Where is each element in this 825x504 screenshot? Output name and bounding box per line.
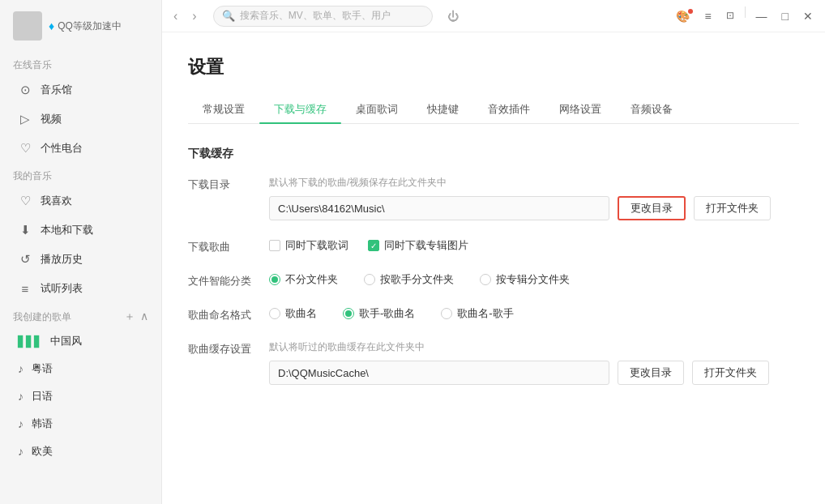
- qq-level: ♦ QQ等级加速中: [49, 19, 122, 33]
- radio-no-folder[interactable]: 不分文件夹: [269, 272, 338, 287]
- open-download-dir-button[interactable]: 打开文件夹: [694, 196, 771, 220]
- sidebar-header: ♦ QQ等级加速中: [0, 0, 161, 52]
- song-name-format-content: 歌曲名 歌手-歌曲名 歌曲名-歌手: [269, 306, 799, 321]
- change-download-dir-button[interactable]: 更改目录: [618, 196, 686, 220]
- download-dir-content: 默认将下载的歌曲/视频保存在此文件夹中 C:\Users\84162\Music…: [269, 176, 799, 220]
- music-note-icon: ♪: [18, 445, 24, 458]
- download-path-box: C:\Users\84162\Music\: [269, 196, 609, 220]
- open-cache-dir-button[interactable]: 打开文件夹: [692, 361, 769, 385]
- menu-button[interactable]: ≡: [699, 6, 716, 26]
- download-lyrics-checkbox-box: [269, 240, 280, 251]
- tab-network[interactable]: 网络设置: [545, 96, 616, 123]
- nav-forward-button[interactable]: ›: [187, 6, 201, 27]
- titlebar: ‹ › 🔍 搜索音乐、MV、歌单、歌手、用户 ⏻ 🎨 ≡ ⊡ — □ ✕: [162, 0, 825, 32]
- sidebar-item-label: 播放历史: [41, 252, 83, 267]
- collapse-icon[interactable]: ∧: [140, 310, 148, 324]
- sidebar-item-favorites[interactable]: ♡ 我喜欢: [5, 187, 156, 215]
- cache-dir-content: 默认将听过的歌曲缓存在此文件夹中 D:\QQMusicCache\ 更改目录 打…: [269, 340, 799, 385]
- search-bar[interactable]: 🔍 搜索音乐、MV、歌单、歌手、用户: [213, 6, 433, 27]
- radio-by-artist-circle: [364, 274, 375, 285]
- download-dir-row: 下载目录 默认将下载的歌曲/视频保存在此文件夹中 C:\Users\84162\…: [188, 176, 799, 220]
- my-playlist-header: 我创建的歌单 ＋ ∧: [0, 303, 161, 327]
- tab-audio-device[interactable]: 音频设备: [616, 96, 687, 123]
- bar-chart-icon: ▋▋▋: [18, 335, 42, 348]
- playlist-actions: ＋ ∧: [124, 310, 148, 324]
- divider: [745, 6, 746, 18]
- sidebar-item-japanese[interactable]: ♪ 日语: [5, 383, 156, 409]
- radio-song-name[interactable]: 歌曲名: [269, 306, 317, 321]
- tab-desktop-lyrics[interactable]: 桌面歌词: [341, 96, 412, 123]
- download-songs-content: 同时下载歌词 ✓ 同时下载专辑图片: [269, 238, 799, 253]
- radio-song-name-label: 歌曲名: [285, 306, 317, 321]
- radio-by-album-label: 按专辑分文件夹: [496, 272, 570, 287]
- song-name-format-label: 歌曲命名格式: [188, 306, 253, 322]
- diamond-icon: ♦: [49, 19, 54, 32]
- tab-download-cache[interactable]: 下载与缓存: [259, 96, 341, 123]
- sidebar-item-label: 音乐馆: [41, 83, 72, 97]
- radio-artist-song[interactable]: 歌手-歌曲名: [343, 306, 415, 321]
- sidebar-item-label: 个性电台: [41, 141, 83, 156]
- download-album-art-checkbox[interactable]: ✓ 同时下载专辑图片: [368, 238, 468, 253]
- power-icon[interactable]: ⏻: [447, 10, 459, 23]
- maximize-button[interactable]: □: [776, 6, 794, 26]
- cache-path-row: D:\QQMusicCache\ 更改目录 打开文件夹: [269, 361, 799, 385]
- playlist-label: 韩语: [32, 416, 53, 431]
- sidebar-item-cantonese[interactable]: ♪ 粤语: [5, 356, 156, 382]
- download-dir-label: 下载目录: [188, 176, 253, 192]
- playlist-label: 欧美: [32, 444, 53, 459]
- avatar: [13, 11, 42, 41]
- search-placeholder-text: 搜索音乐、MV、歌单、歌手、用户: [240, 9, 391, 23]
- sidebar-item-chinese-style[interactable]: ▋▋▋ 中国风: [5, 328, 156, 354]
- main-area: ‹ › 🔍 搜索音乐、MV、歌单、歌手、用户 ⏻ 🎨 ≡ ⊡ — □ ✕ 设置 …: [162, 0, 825, 504]
- online-music-title: 在线音乐: [0, 52, 161, 75]
- download-songs-label: 下载歌曲: [188, 238, 253, 254]
- minimize-button[interactable]: —: [750, 6, 773, 26]
- radio-by-album-circle: [480, 274, 491, 285]
- mini-mode-button[interactable]: ⊡: [720, 6, 740, 26]
- nav-back-button[interactable]: ‹: [169, 6, 182, 27]
- close-button[interactable]: ✕: [797, 6, 819, 26]
- change-cache-dir-button[interactable]: 更改目录: [618, 361, 684, 385]
- page-title: 设置: [188, 55, 799, 79]
- playlist-label: 粤语: [32, 361, 53, 376]
- tab-general[interactable]: 常规设置: [188, 96, 259, 123]
- radio-song-artist[interactable]: 歌曲名-歌手: [441, 306, 513, 321]
- radio-by-album[interactable]: 按专辑分文件夹: [480, 272, 570, 287]
- sidebar-item-personal-radio[interactable]: ♡ 个性电台: [5, 135, 156, 162]
- cache-dir-label: 歌曲缓存设置: [188, 340, 253, 357]
- song-name-format-row: 歌曲命名格式 歌曲名 歌手-歌曲名 歌曲名-歌手: [188, 306, 799, 322]
- radio-by-artist-label: 按歌手分文件夹: [380, 272, 454, 287]
- playlist-label: 日语: [32, 389, 53, 404]
- tab-shortcuts[interactable]: 快捷键: [412, 96, 473, 123]
- sidebar-item-local-download[interactable]: ⬇ 本地和下载: [5, 216, 156, 244]
- skin-button[interactable]: 🎨: [670, 6, 695, 26]
- download-lyrics-checkbox[interactable]: 同时下载歌词: [269, 238, 348, 253]
- settings-content: 设置 常规设置 下载与缓存 桌面歌词 快捷键 音效插件 网络设置 音频设备 下载…: [162, 32, 825, 504]
- download-cache-section-title: 下载缓存: [188, 147, 799, 161]
- music-note-icon: ♪: [18, 417, 24, 430]
- radio-no-folder-label: 不分文件夹: [285, 272, 338, 287]
- download-songs-row: 下载歌曲 同时下载歌词 ✓ 同时下载专辑图片: [188, 238, 799, 254]
- tab-audio-plugins[interactable]: 音效插件: [473, 96, 545, 123]
- sidebar-item-music-hall[interactable]: ⊙ 音乐馆: [5, 76, 156, 104]
- download-album-art-label: 同时下载专辑图片: [384, 238, 468, 253]
- download-dir-desc: 默认将下载的歌曲/视频保存在此文件夹中: [269, 176, 799, 190]
- playlist-label: 中国风: [50, 334, 82, 348]
- song-name-format-radio-group: 歌曲名 歌手-歌曲名 歌曲名-歌手: [269, 306, 799, 321]
- notification-dot: [688, 9, 693, 14]
- history-icon: ↺: [18, 252, 32, 267]
- sidebar-item-history[interactable]: ↺ 播放历史: [5, 246, 156, 273]
- heart-icon: ♡: [18, 194, 32, 208]
- qq-level-text: QQ等级加速中: [58, 19, 122, 33]
- add-playlist-icon[interactable]: ＋: [124, 310, 135, 324]
- my-playlist-title: 我创建的歌单: [13, 310, 71, 324]
- cache-dir-row: 歌曲缓存设置 默认将听过的歌曲缓存在此文件夹中 D:\QQMusicCache\…: [188, 340, 799, 385]
- file-classify-row: 文件智能分类 不分文件夹 按歌手分文件夹 按专辑分文件夹: [188, 272, 799, 288]
- sidebar-item-video[interactable]: ▷ 视频: [5, 105, 156, 133]
- radio-by-artist[interactable]: 按歌手分文件夹: [364, 272, 454, 287]
- radio-song-name-circle: [269, 308, 280, 319]
- sidebar-item-korean[interactable]: ♪ 韩语: [5, 411, 156, 437]
- sidebar-item-trial-list[interactable]: ≡ 试听列表: [5, 275, 156, 302]
- sidebar-item-western[interactable]: ♪ 欧美: [5, 438, 156, 464]
- search-icon: 🔍: [222, 10, 235, 22]
